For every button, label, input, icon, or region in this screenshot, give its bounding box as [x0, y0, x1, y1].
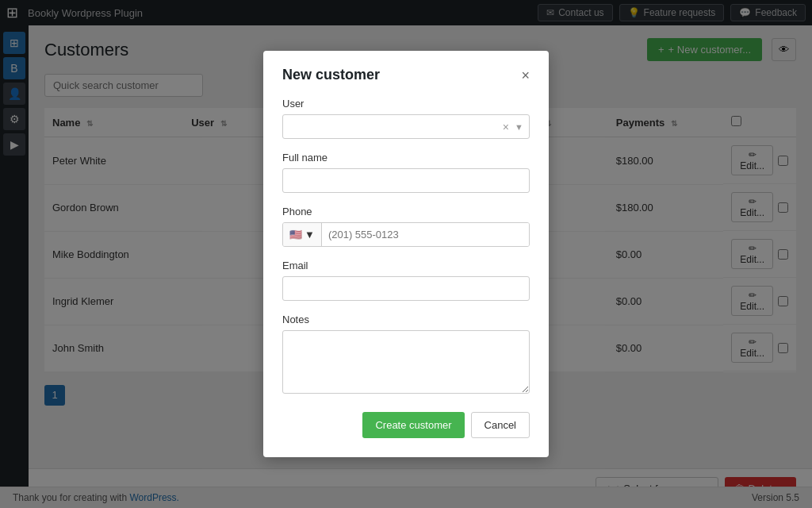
- fullname-input[interactable]: [282, 168, 530, 193]
- phone-label: Phone: [282, 206, 530, 217]
- phone-input[interactable]: [322, 223, 529, 246]
- notes-label: Notes: [282, 314, 530, 325]
- phone-field-group: Phone 🇺🇸 ▼: [282, 206, 530, 247]
- flag-arrow-icon: ▼: [304, 229, 315, 241]
- phone-input-wrapper: 🇺🇸 ▼: [282, 222, 530, 247]
- phone-flag-selector[interactable]: 🇺🇸 ▼: [283, 223, 322, 246]
- modal-title: New customer: [282, 67, 380, 83]
- modal-footer: Create customer Cancel: [282, 412, 530, 438]
- modal-close-button[interactable]: ×: [521, 68, 530, 83]
- email-input[interactable]: [282, 276, 530, 301]
- user-select-wrapper: × ▼: [282, 114, 530, 139]
- fullname-field-group: Full name: [282, 152, 530, 193]
- user-label: User: [282, 98, 530, 110]
- modal-overlay: New customer × User × ▼ Full name Phone …: [0, 0, 812, 508]
- create-customer-button[interactable]: Create customer: [362, 412, 464, 438]
- modal-header: New customer ×: [282, 67, 530, 83]
- email-field-group: Email: [282, 260, 530, 301]
- user-select[interactable]: [282, 114, 530, 139]
- notes-textarea[interactable]: [282, 330, 530, 394]
- user-field-group: User × ▼: [282, 98, 530, 139]
- email-label: Email: [282, 260, 530, 271]
- fullname-label: Full name: [282, 152, 530, 164]
- notes-field-group: Notes: [282, 314, 530, 396]
- cancel-button[interactable]: Cancel: [471, 412, 530, 438]
- select-clear-icon[interactable]: ×: [503, 121, 509, 133]
- us-flag-icon: 🇺🇸: [289, 229, 302, 241]
- new-customer-modal: New customer × User × ▼ Full name Phone …: [263, 51, 549, 457]
